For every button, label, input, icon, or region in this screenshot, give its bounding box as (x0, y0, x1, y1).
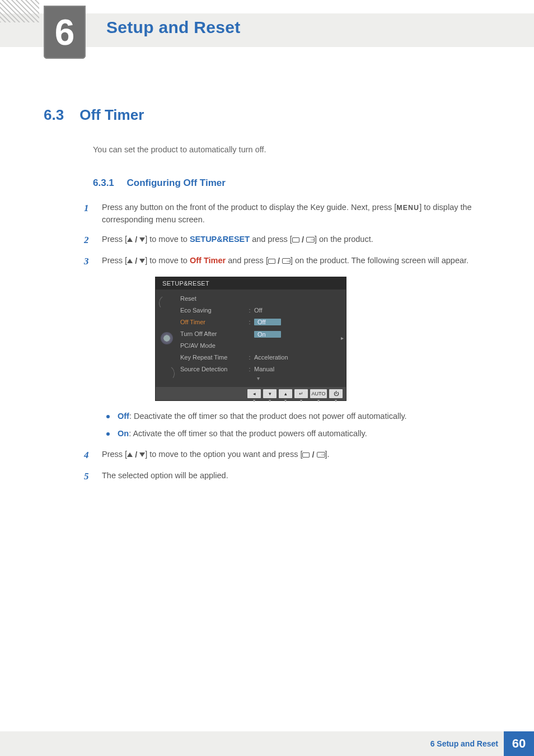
chapter-number-tab: 6 (44, 6, 86, 59)
bullet-off: Off: Deactivate the off timer so that th… (106, 410, 495, 423)
osd-row-pc-av-mode: PC/AV Mode (178, 340, 338, 352)
osd-panel: SETUP&RESET Reset Eco Saving:Off Off Tim… (156, 277, 346, 400)
step-number: 2 (84, 233, 102, 248)
osd-scroll-down-icon: ▾ (178, 375, 338, 384)
corner-hatch-decoration (0, 0, 39, 22)
step-text: Press [ (102, 256, 127, 265)
subsection-heading: 6.3.1 Configuring Off Timer (93, 178, 495, 189)
off-timer-keyword: Off Timer (190, 256, 226, 265)
osd-title: SETUP&RESET (156, 277, 346, 290)
osd-nav-down-icon: ▾▾ (263, 389, 277, 398)
osd-submenu-arrow-icon: ▸ (338, 290, 346, 387)
step-4: 4 Press [/] to move to the option you wa… (84, 448, 495, 463)
setup-reset-keyword: SETUP&RESET (190, 235, 250, 244)
osd-row-reset: Reset (178, 293, 338, 305)
subsection-number: 6.3.1 (93, 178, 114, 188)
step-text: Press [ (102, 450, 127, 459)
osd-option-off: Off (254, 319, 281, 325)
step-text: ]. (325, 450, 330, 459)
step-text: Press [ (102, 235, 127, 244)
osd-category-icon (156, 290, 178, 387)
osd-footer-buttons: ◂▾ ▾▾ ▴▾ ↵▾ AUTO▾ ⏻▾ (156, 387, 346, 400)
osd-menu-list: Reset Eco Saving:Off Off Timer:Off Turn … (178, 290, 338, 387)
step-2: 2 Press [/] to move to SETUP&RESET and p… (84, 233, 495, 248)
chapter-title: Setup and Reset (106, 18, 241, 37)
osd-nav-up-icon: ▴▾ (279, 389, 292, 398)
osd-row-source-detection: Source Detection:Manual (178, 363, 338, 375)
osd-power-icon: ⏻▾ (329, 389, 343, 398)
section-number: 6.3 (44, 106, 64, 124)
option-on-text: : Activate the off timer so that the pro… (129, 429, 367, 438)
step-number: 5 (84, 469, 102, 484)
step-5: 5 The selected option will be applied. (84, 469, 495, 484)
source-enter-icon: / (302, 449, 325, 461)
step-number: 1 (84, 201, 102, 226)
osd-row-turn-off-after: Turn Off AfterOn (178, 328, 338, 340)
step-text: ] on the product. (315, 235, 373, 244)
gear-icon (161, 332, 173, 344)
osd-enter-icon: ↵▾ (294, 389, 308, 398)
page-footer: 6 Setup and Reset 60 (0, 731, 534, 756)
step-text: and press [ (226, 256, 268, 265)
up-down-icon: / (127, 255, 145, 267)
step-text: ] to move to the option you want and pre… (145, 450, 302, 459)
chapter-number: 6 (55, 15, 75, 50)
step-text: Press any button on the front of the pro… (102, 203, 396, 212)
step-3: 3 Press [/] to move to Off Timer and pre… (84, 254, 495, 269)
source-enter-icon: / (268, 255, 291, 267)
section-intro-text: You can set the product to automatically… (93, 145, 495, 154)
section-title: Off Timer (79, 106, 144, 124)
bullet-icon (106, 415, 110, 418)
footer-chapter-label: 6 Setup and Reset (430, 739, 498, 748)
osd-auto-button: AUTO▾ (310, 389, 327, 398)
osd-row-eco-saving: Eco Saving:Off (178, 305, 338, 316)
option-off-text: : Deactivate the off timer so that the p… (129, 412, 407, 421)
option-off-keyword: Off (118, 412, 129, 421)
step-number: 4 (84, 448, 102, 463)
bullet-on: On: Activate the off timer so that the p… (106, 428, 495, 440)
bullet-icon (106, 432, 110, 436)
step-1: 1 Press any button on the front of the p… (84, 201, 495, 226)
footer-page-number: 60 (504, 731, 534, 756)
step-text: ] to move to (145, 235, 190, 244)
step-number: 3 (84, 254, 102, 269)
osd-option-on: On (254, 331, 281, 338)
options-bullet-list: Off: Deactivate the off timer so that th… (106, 410, 495, 441)
osd-row-off-timer: Off Timer:Off (178, 316, 338, 328)
page-content: 6.3 Off Timer You can set the product to… (44, 106, 495, 491)
section-heading: 6.3 Off Timer (44, 106, 495, 124)
osd-screenshot: SETUP&RESET Reset Eco Saving:Off Off Tim… (156, 277, 495, 400)
step-text: The selected option will be applied. (102, 471, 228, 480)
option-on-keyword: On (118, 429, 129, 438)
menu-button-label: MENU (396, 204, 419, 212)
step-text: ] to move to (145, 256, 190, 265)
up-down-icon: / (127, 234, 145, 246)
up-down-icon: / (127, 449, 145, 461)
step-text: ] on the product. The following screen w… (291, 256, 469, 265)
osd-nav-left-icon: ◂▾ (247, 389, 261, 398)
osd-row-key-repeat-time: Key Repeat Time:Acceleration (178, 352, 338, 363)
step-text: and press [ (250, 235, 292, 244)
subsection-title: Configuring Off Timer (127, 178, 226, 188)
source-enter-icon: / (292, 234, 315, 246)
